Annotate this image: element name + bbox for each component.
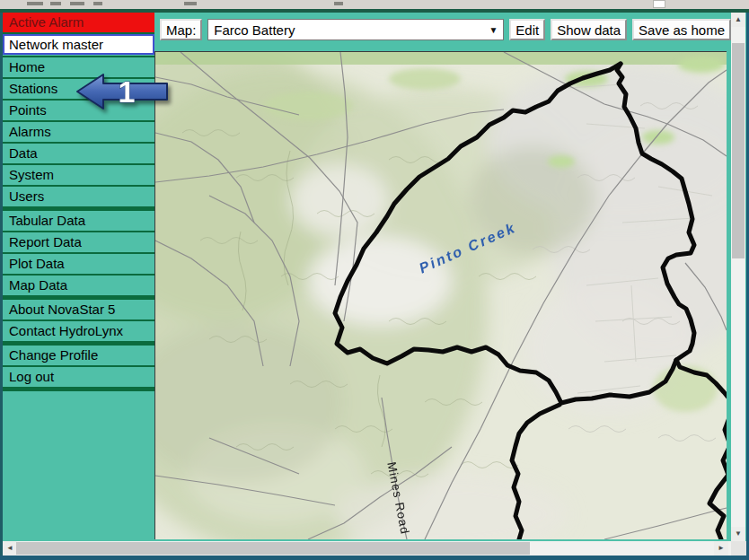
sidebar-item-active-alarm[interactable]: Active Alarm bbox=[3, 13, 154, 34]
sidebar-item-map-data[interactable]: Map Data bbox=[3, 276, 154, 300]
scroll-left-icon[interactable]: ◄ bbox=[3, 541, 17, 556]
topo-map: Pinto Creek Mines Road bbox=[155, 52, 727, 539]
sidebar-item-stations[interactable]: Stations bbox=[3, 79, 154, 101]
sidebar-item-tabular-data[interactable]: Tabular Data bbox=[3, 211, 154, 232]
map-select[interactable]: Farco Battery ▼ bbox=[207, 19, 504, 40]
map-select-value: Farco Battery bbox=[214, 22, 295, 38]
sidebar-item-change-profile[interactable]: Change Profile bbox=[3, 346, 154, 367]
scrollbar-corner bbox=[731, 541, 746, 556]
scroll-down-icon[interactable]: ▼ bbox=[731, 527, 745, 541]
sidebar-item-plot-data[interactable]: Plot Data bbox=[3, 254, 154, 276]
map-toolbar: Map: Farco Battery ▼ Edit Show data Save… bbox=[154, 13, 731, 51]
scroll-right-icon[interactable]: ► bbox=[714, 541, 728, 556]
horizontal-scroll-thumb[interactable] bbox=[16, 542, 530, 555]
sidebar-item-home[interactable]: Home bbox=[3, 57, 154, 79]
show-data-button[interactable]: Show data bbox=[551, 19, 627, 40]
vertical-scroll-thumb[interactable] bbox=[732, 43, 745, 258]
sidebar-item-users[interactable]: Users bbox=[3, 187, 154, 211]
network-master-box[interactable]: Network master bbox=[3, 34, 154, 55]
browser-edge-strip bbox=[0, 0, 749, 9]
map-label-button[interactable]: Map: bbox=[160, 19, 202, 40]
map-viewport[interactable]: Pinto Creek Mines Road bbox=[154, 51, 727, 539]
edit-button[interactable]: Edit bbox=[509, 19, 545, 40]
sidebar: Active Alarm Network master Home Station… bbox=[3, 13, 154, 541]
sidebar-item-about-novastar[interactable]: About NovaStar 5 bbox=[3, 300, 154, 321]
sidebar-item-data[interactable]: Data bbox=[3, 144, 154, 165]
window-border-bottom bbox=[0, 556, 749, 560]
sidebar-item-contact-hydrolynx[interactable]: Contact HydroLynx bbox=[3, 321, 154, 346]
sidebar-item-log-out[interactable]: Log out bbox=[3, 367, 154, 391]
browser-caret-box bbox=[653, 0, 665, 8]
scroll-up-icon[interactable]: ▲ bbox=[731, 13, 745, 27]
horizontal-scrollbar: ◄ ► bbox=[3, 541, 731, 556]
content-area: Map: Farco Battery ▼ Edit Show data Save… bbox=[154, 13, 731, 541]
chevron-down-icon: ▼ bbox=[489, 25, 498, 35]
sidebar-item-system[interactable]: System bbox=[3, 165, 154, 187]
save-as-home-button[interactable]: Save as home bbox=[632, 19, 731, 40]
novastar-window: Active Alarm Network master Home Station… bbox=[0, 0, 749, 560]
sidebar-item-alarms[interactable]: Alarms bbox=[3, 122, 154, 144]
vertical-scrollbar: ▲ ▼ bbox=[731, 13, 745, 541]
sidebar-item-points[interactable]: Points bbox=[3, 101, 154, 122]
sidebar-item-report-data[interactable]: Report Data bbox=[3, 232, 154, 254]
